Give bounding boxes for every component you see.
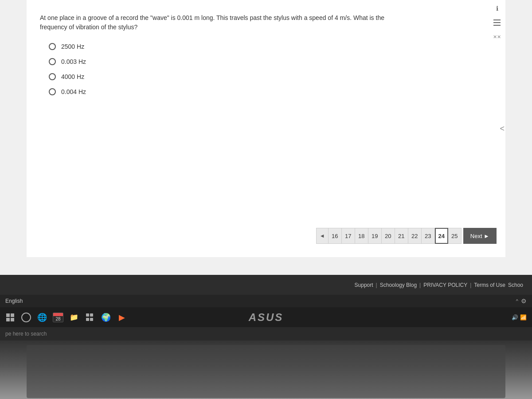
svg-point-7 <box>22 313 31 322</box>
main-content: At one place in a groove of a record the… <box>0 0 532 275</box>
page-num-21[interactable]: 21 <box>395 228 408 244</box>
radio-btn-3[interactable] <box>49 73 56 80</box>
svg-rect-0 <box>493 20 501 20</box>
options-list: 2500 Hz 0.003 Hz 4000 Hz 0.004 Hz <box>49 43 492 95</box>
option-3[interactable]: 4000 Hz <box>49 73 492 80</box>
footer-bar: Support | Schoology Blog | PRIVACY POLIC… <box>0 275 532 295</box>
info-icon[interactable]: ℹ <box>492 4 502 13</box>
browser-2-icon[interactable]: 🌍 <box>99 311 113 324</box>
pagination-bar: ◄ 16171819202122232425 Next ► <box>316 228 497 244</box>
svg-rect-11 <box>90 318 93 321</box>
taskbar-settings-icon[interactable]: ⚙ <box>521 297 527 305</box>
sep-2: | <box>419 282 421 288</box>
calendar-icon[interactable]: 28 <box>51 311 65 324</box>
network-icon[interactable]: 📶 <box>520 314 527 321</box>
support-link[interactable]: Support <box>355 282 373 288</box>
page-num-24[interactable]: 24 <box>435 228 448 244</box>
page-num-18[interactable]: 18 <box>355 228 368 244</box>
svg-rect-1 <box>493 22 501 23</box>
asus-logo: ASUS <box>249 311 284 324</box>
taskbar: 🌐 28 📁 🌍 ▶ ASUS 🔊 📶 <box>0 307 532 327</box>
quiz-container: At one place in a groove of a record the… <box>27 0 505 257</box>
option-label-3: 4000 Hz <box>61 73 84 80</box>
windows-start-icon[interactable] <box>4 311 17 324</box>
taskbar-right: 🔊 📶 <box>512 314 527 321</box>
svg-rect-9 <box>90 313 93 317</box>
laptop-keyboard <box>27 345 505 398</box>
svg-rect-6 <box>11 318 14 321</box>
terms-of-use-link[interactable]: Terms of Use <box>474 282 505 288</box>
volume-icon[interactable]: 🔊 <box>512 314 518 321</box>
radio-btn-4[interactable] <box>49 88 56 95</box>
radio-btn-2[interactable] <box>49 58 56 65</box>
svg-rect-3 <box>6 313 10 317</box>
option-2[interactable]: 0.003 Hz <box>49 58 492 65</box>
next-button[interactable]: Next ► <box>463 228 497 244</box>
file-explorer-icon[interactable]: 📁 <box>67 311 81 324</box>
right-chevron-icon[interactable]: < <box>500 124 505 133</box>
sep-3: | <box>470 282 471 288</box>
sep-1: | <box>376 282 377 288</box>
option-label-2: 0.003 Hz <box>61 58 86 65</box>
search-bar: pe here to search <box>0 327 532 340</box>
prev-page-arrow[interactable]: ◄ <box>316 228 329 244</box>
question-text: At one place in a groove of a record the… <box>40 13 395 32</box>
page-numbers: 16171819202122232425 <box>329 228 462 244</box>
radio-btn-1[interactable] <box>49 43 56 50</box>
page-num-20[interactable]: 20 <box>382 228 395 244</box>
svg-rect-5 <box>6 318 10 321</box>
option-label-4: 0.004 Hz <box>61 88 86 95</box>
edge-browser-icon[interactable]: 🌐 <box>35 311 49 324</box>
expand-icon[interactable]: ✕✕ <box>492 32 502 42</box>
page-num-17[interactable]: 17 <box>342 228 355 244</box>
search-circle-icon[interactable] <box>20 311 33 324</box>
taskbar-left: 🌐 28 📁 🌍 ▶ <box>4 311 129 324</box>
schoology-blog-link[interactable]: Schoology Blog <box>380 282 417 288</box>
svg-rect-4 <box>11 313 14 317</box>
svg-rect-10 <box>86 318 89 321</box>
option-4[interactable]: 0.004 Hz <box>49 88 492 95</box>
svg-rect-2 <box>493 25 501 26</box>
option-1[interactable]: 2500 Hz <box>49 43 492 50</box>
page-num-22[interactable]: 22 <box>408 228 422 244</box>
svg-rect-8 <box>86 313 89 317</box>
page-num-23[interactable]: 23 <box>422 228 435 244</box>
schoo-text: Schoo <box>508 282 523 288</box>
list-icon[interactable] <box>492 18 502 27</box>
calendar-day: 28 <box>53 316 63 322</box>
right-sidebar: ℹ ✕✕ <box>492 4 502 42</box>
up-arrow-icon: ^ <box>516 298 518 304</box>
search-placeholder-text: pe here to search <box>5 331 47 337</box>
english-label: English <box>5 298 23 304</box>
laptop-bottom-bezel <box>0 340 532 399</box>
media-icon[interactable]: ▶ <box>115 311 129 324</box>
privacy-policy-link[interactable]: PRIVACY POLICY <box>423 282 467 288</box>
english-bar: English ^ ⚙ <box>0 295 532 307</box>
page-num-16[interactable]: 16 <box>329 228 342 244</box>
page-num-25[interactable]: 25 <box>448 228 462 244</box>
asus-logo-area: ASUS <box>249 311 284 324</box>
page-num-19[interactable]: 19 <box>368 228 382 244</box>
option-label-1: 2500 Hz <box>61 43 84 50</box>
app-grid-icon[interactable] <box>83 311 97 324</box>
